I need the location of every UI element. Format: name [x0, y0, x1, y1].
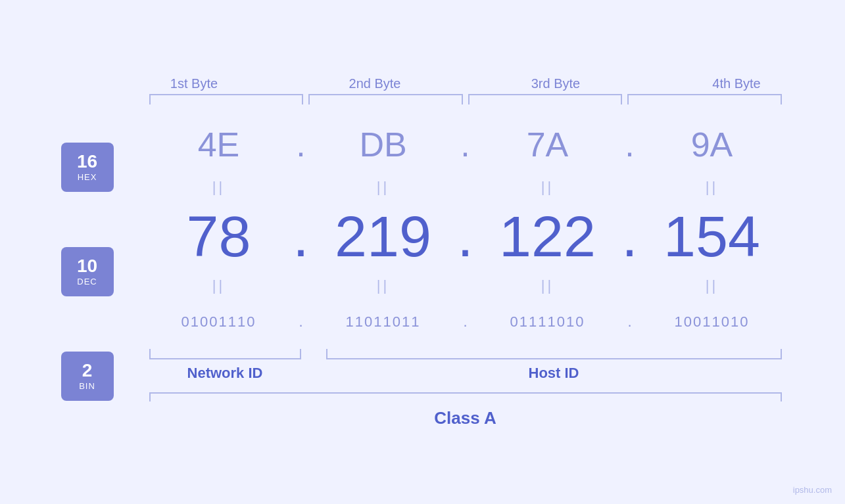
- class-section: Class A: [147, 392, 785, 428]
- bin-byte-1: 01001110: [147, 313, 291, 331]
- top-bracket-3: [468, 94, 623, 104]
- dec-byte-2: 219: [311, 203, 456, 270]
- equals-row-2: || || || ||: [147, 273, 785, 299]
- bottom-brackets-section: Network ID Host ID: [147, 349, 785, 382]
- dec-dot-3: .: [620, 203, 640, 270]
- hex-row: 4E . DB . 7A . 9A: [147, 115, 785, 174]
- byte-header-1: 1st Byte: [104, 76, 285, 91]
- hex-base-label: HEX: [78, 172, 97, 182]
- bin-base-label: BIN: [79, 381, 95, 391]
- equals-row-1: || || || ||: [147, 174, 785, 200]
- dec-byte-4: 154: [640, 203, 785, 270]
- eq-4: ||: [640, 179, 785, 196]
- hex-base-num: 16: [77, 152, 97, 172]
- bin-base-num: 2: [82, 361, 93, 381]
- label-column: 16 HEX 10 DEC 2 BIN: [61, 115, 147, 428]
- top-bracket-2: [308, 94, 463, 104]
- host-id-section: Host ID: [326, 349, 782, 382]
- hex-byte-4: 9A: [640, 125, 785, 164]
- eq-1: ||: [147, 179, 291, 196]
- class-label: Class A: [147, 408, 785, 428]
- bin-badge: 2 BIN: [61, 352, 114, 401]
- top-bracket-1: [149, 94, 304, 104]
- dec-badge: 10 DEC: [61, 247, 114, 296]
- hex-dot-1: .: [291, 125, 311, 164]
- host-id-bracket: [326, 349, 782, 359]
- network-id-bracket: [149, 349, 301, 359]
- watermark: ipshu.com: [793, 485, 832, 495]
- content-area: 16 HEX 10 DEC 2 BIN 4E . DB . 7A . 9A: [61, 115, 785, 428]
- hex-badge: 16 HEX: [61, 143, 114, 192]
- class-bracket: [149, 392, 782, 401]
- dec-dot-2: .: [456, 203, 475, 270]
- eq-8: ||: [640, 277, 785, 294]
- network-id-label: Network ID: [149, 365, 301, 382]
- main-container: 1st Byte 2nd Byte 3rd Byte 4th Byte 16 H…: [61, 76, 785, 428]
- bin-dot-3: .: [620, 313, 640, 331]
- eq-5: ||: [147, 277, 291, 294]
- byte-header-2: 2nd Byte: [285, 76, 466, 91]
- eq-2: ||: [311, 179, 456, 196]
- bytes-column: 4E . DB . 7A . 9A || || || || 78: [147, 115, 785, 428]
- dec-base-num: 10: [77, 256, 97, 277]
- bin-byte-4: 10011010: [640, 313, 785, 331]
- eq-3: ||: [475, 179, 620, 196]
- hex-byte-1: 4E: [147, 125, 291, 164]
- bin-dot-1: .: [291, 313, 311, 331]
- eq-7: ||: [475, 277, 620, 294]
- bin-dot-2: .: [456, 313, 475, 331]
- byte-header-4: 4th Byte: [646, 76, 827, 91]
- host-id-label: Host ID: [326, 365, 782, 382]
- top-bracket-4: [627, 94, 782, 104]
- hex-byte-3: 7A: [475, 125, 620, 164]
- eq-6: ||: [311, 277, 456, 294]
- top-brackets: [147, 94, 785, 104]
- hex-byte-2: DB: [311, 125, 456, 164]
- hex-dot-2: .: [456, 125, 475, 164]
- bin-byte-2: 11011011: [311, 313, 456, 331]
- dec-base-label: DEC: [77, 277, 97, 286]
- network-id-section: Network ID: [149, 349, 301, 382]
- dec-row: 78 . 219 . 122 . 154: [147, 200, 785, 273]
- bin-byte-3: 01111010: [475, 313, 620, 331]
- bin-row: 01001110 . 11011011 . 01111010 . 1001101…: [147, 299, 785, 345]
- dec-byte-1: 78: [147, 203, 291, 270]
- dec-dot-1: .: [291, 203, 311, 270]
- byte-header-3: 3rd Byte: [466, 76, 646, 91]
- hex-dot-3: .: [620, 125, 640, 164]
- byte-headers: 1st Byte 2nd Byte 3rd Byte 4th Byte: [104, 76, 827, 91]
- dec-byte-3: 122: [475, 203, 620, 270]
- bracket-spacer: [304, 349, 324, 382]
